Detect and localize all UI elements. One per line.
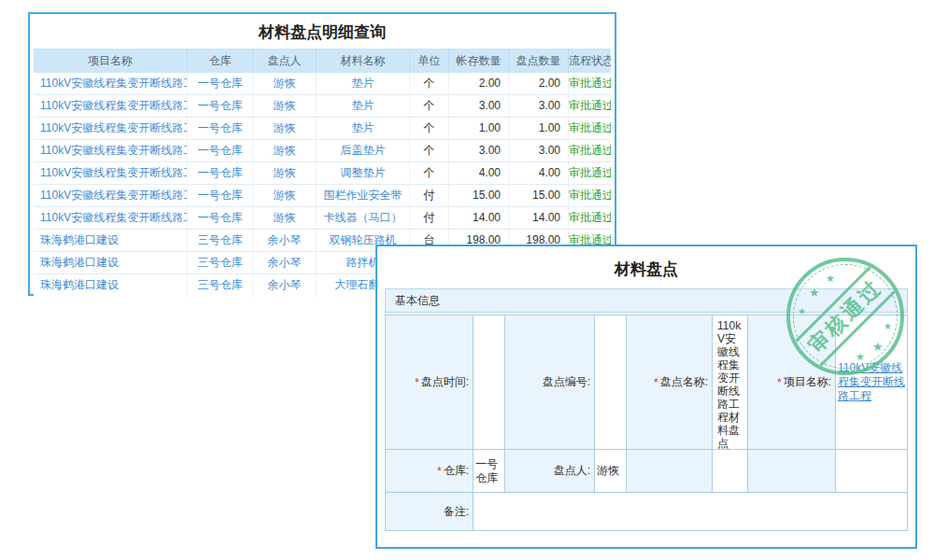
table-row: 110kV安徽线程集变开断线路工程一号仓库游恢垫片个1.001.00审批通过 (34, 118, 611, 140)
status-cell: 审批通过 (569, 185, 611, 207)
status-cell: 审批通过 (569, 140, 611, 162)
inventory-person-value: 游恢 (597, 463, 619, 479)
material-link[interactable]: 调整垫片 (317, 162, 410, 185)
unit-cell: 付 (410, 207, 449, 230)
project-link[interactable]: 珠海鹤港口建设 (34, 252, 188, 274)
warehouse-label: * 仓库: (386, 450, 474, 493)
person-link[interactable]: 余小琴 (253, 252, 317, 274)
inventory-name-value: 110kV安徽线程集变开断线路工程材料盘点 (715, 317, 745, 452)
query-table-header: 项目名称仓库盘点人材料名称单位帐存数量盘点数量流程状态 (34, 49, 611, 73)
warehouse-link[interactable]: 三号仓库 (188, 252, 253, 274)
warehouse-link[interactable]: 三号仓库 (188, 274, 253, 297)
inventory-number-label: 盘点编号: (505, 315, 595, 450)
person-link[interactable]: 游恢 (253, 118, 317, 140)
inventory-number-field[interactable] (595, 315, 627, 450)
unit-cell: 个 (410, 140, 449, 162)
column-header-4: 单位 (410, 49, 449, 73)
inventory-time-field[interactable] (474, 315, 505, 450)
person-link[interactable]: 余小琴 (253, 274, 317, 297)
project-link[interactable]: 110kV安徽线程集变开断线路工程 (34, 95, 188, 118)
unit-cell: 付 (410, 185, 449, 207)
count-qty-cell: 14.00 (509, 207, 569, 230)
remark-field[interactable] (474, 493, 907, 530)
inventory-name-field[interactable]: 110kV安徽线程集变开断线路工程材料盘点 (713, 315, 748, 450)
project-link[interactable]: 110kV安徽线程集变开断线路工程 (34, 73, 188, 95)
required-mark: * (415, 376, 419, 389)
unit-cell: 个 (410, 95, 449, 118)
column-header-6: 盘点数量 (509, 49, 569, 73)
material-link[interactable]: 垫片 (317, 118, 410, 140)
material-link[interactable]: 卡线器（马口） (317, 207, 410, 230)
warehouse-link[interactable]: 一号仓库 (188, 140, 253, 162)
warehouse-link[interactable]: 一号仓库 (188, 162, 253, 185)
warehouse-link[interactable]: 一号仓库 (188, 185, 253, 207)
star-icon: ★ (798, 306, 806, 316)
status-cell: 审批通过 (569, 95, 611, 118)
empty-label-cell (748, 450, 836, 493)
table-row: 110kV安徽线程集变开断线路工程一号仓库游恢调整垫片个4.004.00审批通过 (34, 162, 611, 185)
stock-qty-cell: 14.00 (449, 207, 509, 230)
star-icon: ★ (884, 321, 892, 331)
project-link[interactable]: 110kV安徽线程集变开断线路工程 (34, 118, 188, 140)
project-link[interactable]: 110kV安徽线程集变开断线路工程 (34, 162, 188, 185)
count-qty-cell: 3.00 (509, 95, 569, 118)
column-header-7: 流程状态 (569, 49, 611, 73)
count-qty-cell: 2.00 (509, 73, 569, 95)
person-link[interactable]: 游恢 (253, 140, 317, 162)
material-link[interactable]: 垫片 (317, 95, 410, 118)
column-header-1: 仓库 (188, 49, 253, 73)
stock-qty-cell: 3.00 (449, 140, 509, 162)
count-qty-cell: 15.00 (509, 185, 569, 207)
required-mark: * (437, 465, 442, 478)
warehouse-link[interactable]: 一号仓库 (188, 118, 253, 140)
inventory-person-field[interactable]: 游恢 (595, 450, 627, 493)
warehouse-value: 一号仓库 (475, 457, 502, 485)
person-link[interactable]: 余小琴 (253, 230, 317, 252)
table-row: 110kV安徽线程集变开断线路工程一号仓库游恢卡线器（马口）付14.0014.0… (34, 207, 611, 230)
empty-value-cell (836, 450, 907, 493)
project-link[interactable]: 110kV安徽线程集变开断线路工程 (34, 207, 188, 230)
warehouse-link[interactable]: 三号仓库 (188, 230, 253, 252)
remark-label: 备注: (386, 493, 474, 530)
warehouse-link[interactable]: 一号仓库 (188, 73, 253, 95)
project-link[interactable]: 110kV安徽线程集变开断线路工程 (34, 140, 188, 162)
stock-qty-cell: 3.00 (449, 95, 509, 118)
inventory-name-label: * 盘点名称: (627, 315, 713, 450)
material-link[interactable]: 后盖垫片 (317, 140, 410, 162)
approval-stamp: ★ ★ ★ ★ ★ ★ 审核通过 (786, 258, 904, 375)
unit-cell: 个 (410, 162, 449, 185)
star-icon: ★ (809, 286, 820, 300)
table-row: 110kV安徽线程集变开断线路工程一号仓库游恢垫片个2.002.00审批通过 (34, 73, 611, 95)
table-row: 110kV安徽线程集变开断线路工程一号仓库游恢后盖垫片个3.003.00审批通过 (34, 140, 611, 162)
table-row: 110kV安徽线程集变开断线路工程一号仓库游恢垫片个3.003.00审批通过 (34, 95, 611, 118)
stamp-circle-icon: ★ ★ ★ ★ ★ ★ 审核通过 (786, 258, 904, 375)
warehouse-link[interactable]: 一号仓库 (188, 207, 253, 230)
person-link[interactable]: 游恢 (253, 95, 317, 118)
status-cell: 审批通过 (569, 162, 611, 185)
stock-qty-cell: 15.00 (449, 185, 509, 207)
inventory-time-label: * 盘点时间: (386, 315, 474, 450)
project-link[interactable]: 110kV安徽线程集变开断线路工程 (34, 185, 188, 207)
person-link[interactable]: 游恢 (253, 207, 317, 230)
empty-value-cell (713, 450, 748, 493)
material-link[interactable]: 围栏作业安全带 (317, 185, 410, 207)
person-link[interactable]: 游恢 (253, 73, 317, 95)
project-link[interactable]: 珠海鹤港口建设 (34, 230, 188, 252)
required-mark: * (777, 376, 782, 389)
warehouse-link[interactable]: 一号仓库 (188, 95, 253, 118)
unit-cell: 个 (410, 73, 449, 95)
count-qty-cell: 1.00 (509, 118, 569, 140)
material-link[interactable]: 垫片 (317, 73, 410, 95)
empty-label-cell (627, 450, 713, 493)
person-link[interactable]: 游恢 (253, 162, 317, 185)
inventory-person-label: 盘点人: (505, 450, 595, 493)
column-header-2: 盘点人 (253, 49, 317, 73)
warehouse-field[interactable]: 一号仓库 (474, 450, 505, 493)
star-icon: ★ (826, 273, 835, 285)
column-header-5: 帐存数量 (449, 49, 509, 73)
star-icon: ★ (872, 340, 884, 354)
person-link[interactable]: 游恢 (253, 185, 317, 207)
project-link[interactable]: 珠海鹤港口建设 (34, 274, 188, 297)
stock-qty-cell: 4.00 (449, 162, 509, 185)
star-icon: ★ (856, 351, 865, 363)
